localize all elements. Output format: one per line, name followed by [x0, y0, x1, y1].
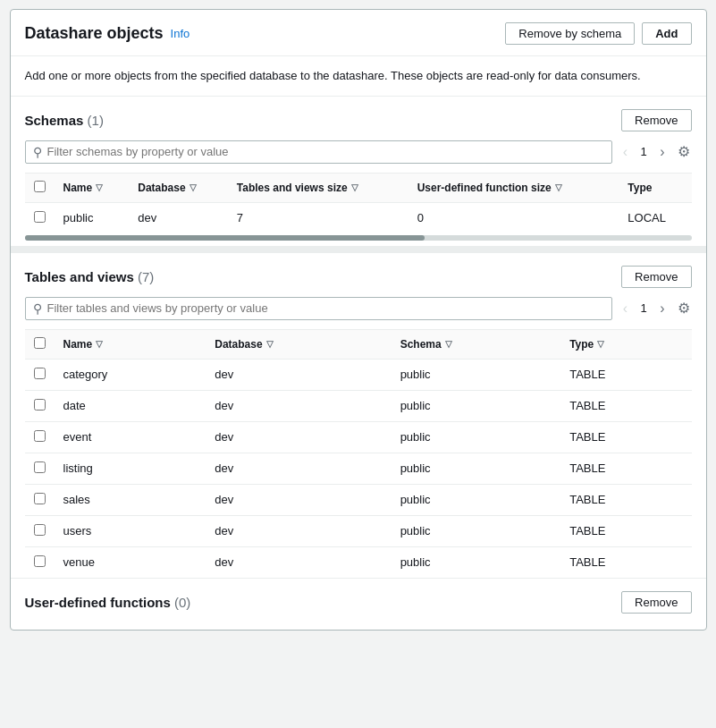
tables-row-database: dev — [206, 546, 391, 578]
schemas-row-udf-size: 0 — [409, 202, 619, 233]
schemas-scrollbar-thumb — [25, 235, 425, 241]
tables-table-row: event dev public TABLE — [25, 421, 692, 453]
tables-row-database: dev — [206, 453, 391, 484]
schemas-section-header: Schemas (1) Remove — [25, 109, 692, 131]
tables-col-schema[interactable]: Schema ▽ — [392, 329, 561, 359]
schemas-table: Name ▽ Database ▽ Tables — [25, 173, 692, 233]
schemas-settings-button[interactable]: ⚙ — [676, 141, 692, 162]
tables-row-schema: public — [392, 546, 561, 578]
schemas-col-tables-views-size[interactable]: Tables and views size ▽ — [228, 173, 409, 202]
schemas-header-checkbox-cell — [25, 173, 55, 202]
schemas-pagination: ‹ 1 › — [619, 143, 669, 161]
schemas-row-type: LOCAL — [619, 202, 691, 233]
tables-search-wrap[interactable]: ⚲ — [25, 297, 612, 320]
tables-remove-button[interactable]: Remove — [621, 266, 691, 288]
tables-row-checkbox-cell — [25, 453, 55, 484]
schemas-search-input[interactable] — [47, 145, 604, 158]
tables-table-row: users dev public TABLE — [25, 515, 692, 546]
tables-row-checkbox[interactable] — [34, 430, 46, 442]
schemas-prev-page[interactable]: ‹ — [619, 143, 631, 161]
main-container: Datashare objects Info Remove by schema … — [10, 9, 707, 631]
schemas-col-udf-size[interactable]: User-defined function size ▽ — [409, 173, 619, 202]
tables-row-database: dev — [206, 359, 391, 390]
tables-col-name[interactable]: Name ▽ — [55, 329, 206, 359]
tables-header-checkbox-cell — [25, 329, 55, 359]
schemas-table-header-row: Name ▽ Database ▽ Tables — [25, 173, 692, 202]
add-button[interactable]: Add — [642, 22, 691, 45]
tables-row-name: event — [55, 421, 206, 453]
remove-by-schema-button[interactable]: Remove by schema — [505, 22, 635, 45]
tables-count: (7) — [138, 269, 154, 284]
tables-row-database: dev — [206, 390, 391, 421]
info-link[interactable]: Info — [171, 27, 190, 40]
tables-row-checkbox-cell — [25, 546, 55, 578]
tables-section-header: Tables and views (7) Remove — [25, 266, 692, 288]
tables-name-sort-icon: ▽ — [96, 339, 103, 349]
schemas-row-checkbox-cell — [25, 202, 55, 233]
tables-row-type: TABLE — [560, 453, 691, 484]
schemas-row-checkbox[interactable] — [34, 211, 46, 223]
udf-section: User-defined functions (0) Remove — [11, 578, 706, 630]
schemas-select-all-checkbox[interactable] — [34, 181, 46, 192]
page-header: Datashare objects Info Remove by schema … — [11, 10, 706, 56]
schemas-tables-views-sort-icon: ▽ — [351, 182, 358, 192]
schemas-table-scroll[interactable]: Name ▽ Database ▽ Tables — [25, 173, 692, 233]
udf-title: User-defined functions (0) — [25, 595, 191, 610]
tables-row-checkbox[interactable] — [34, 524, 46, 536]
tables-pagination: ‹ 1 › — [619, 300, 669, 317]
schemas-page-number: 1 — [635, 145, 653, 158]
tables-search-icon: ⚲ — [33, 301, 42, 316]
tables-table-header-row: Name ▽ Database ▽ Schema — [25, 329, 692, 359]
tables-row-name: sales — [55, 484, 206, 515]
tables-table-row: date dev public TABLE — [25, 390, 692, 421]
tables-row-checkbox[interactable] — [34, 493, 46, 504]
tables-row-checkbox[interactable] — [34, 555, 46, 567]
tables-section: Tables and views (7) Remove ⚲ ‹ 1 › ⚙ — [11, 253, 706, 578]
tables-table-row: category dev public TABLE — [25, 359, 692, 390]
tables-database-sort-icon: ▽ — [266, 339, 274, 349]
udf-remove-button[interactable]: Remove — [621, 591, 691, 614]
tables-table-row: listing dev public TABLE — [25, 453, 692, 484]
schemas-col-name[interactable]: Name ▽ — [55, 173, 130, 202]
tables-row-checkbox[interactable] — [34, 461, 46, 473]
tables-row-type: TABLE — [560, 484, 691, 515]
description-text: Add one or more objects from the specifi… — [11, 56, 706, 97]
schemas-search-bar: ⚲ ‹ 1 › ⚙ — [25, 140, 692, 164]
schemas-count: (1) — [88, 113, 104, 128]
schemas-title: Schemas (1) — [25, 113, 104, 128]
tables-row-type: TABLE — [560, 421, 691, 453]
schemas-remove-button[interactable]: Remove — [621, 109, 691, 131]
tables-row-checkbox[interactable] — [34, 368, 46, 379]
tables-select-all-checkbox[interactable] — [34, 337, 46, 349]
schemas-next-page[interactable]: › — [656, 143, 668, 161]
tables-row-checkbox[interactable] — [34, 399, 46, 411]
schemas-scrollbar[interactable] — [25, 235, 692, 241]
tables-table-scroll[interactable]: Name ▽ Database ▽ Schema — [25, 329, 692, 578]
schemas-search-wrap[interactable]: ⚲ — [25, 140, 612, 164]
tables-row-name: listing — [55, 453, 206, 484]
tables-next-page[interactable]: › — [656, 300, 668, 317]
tables-row-type: TABLE — [560, 390, 691, 421]
schemas-row-database: dev — [129, 202, 228, 233]
tables-row-schema: public — [392, 453, 561, 484]
tables-row-checkbox-cell — [25, 421, 55, 453]
tables-row-checkbox-cell — [25, 390, 55, 421]
tables-row-checkbox-cell — [25, 515, 55, 546]
schemas-col-database[interactable]: Database ▽ — [129, 173, 228, 202]
tables-row-name: date — [55, 390, 206, 421]
tables-search-bar: ⚲ ‹ 1 › ⚙ — [25, 297, 692, 320]
tables-table: Name ▽ Database ▽ Schema — [25, 329, 692, 578]
tables-prev-page[interactable]: ‹ — [619, 300, 631, 317]
tables-row-database: dev — [206, 484, 391, 515]
tables-title: Tables and views (7) — [25, 269, 155, 284]
schemas-row-name: public — [55, 202, 130, 233]
tables-table-row: sales dev public TABLE — [25, 484, 692, 515]
tables-type-sort-icon: ▽ — [597, 339, 604, 349]
schemas-database-sort-icon: ▽ — [190, 182, 197, 192]
tables-row-type: TABLE — [560, 515, 691, 546]
tables-col-database[interactable]: Database ▽ — [206, 329, 391, 359]
tables-table-row: venue dev public TABLE — [25, 546, 692, 578]
tables-settings-button[interactable]: ⚙ — [676, 298, 692, 318]
tables-search-input[interactable] — [47, 301, 604, 315]
tables-col-type[interactable]: Type ▽ — [560, 329, 691, 359]
